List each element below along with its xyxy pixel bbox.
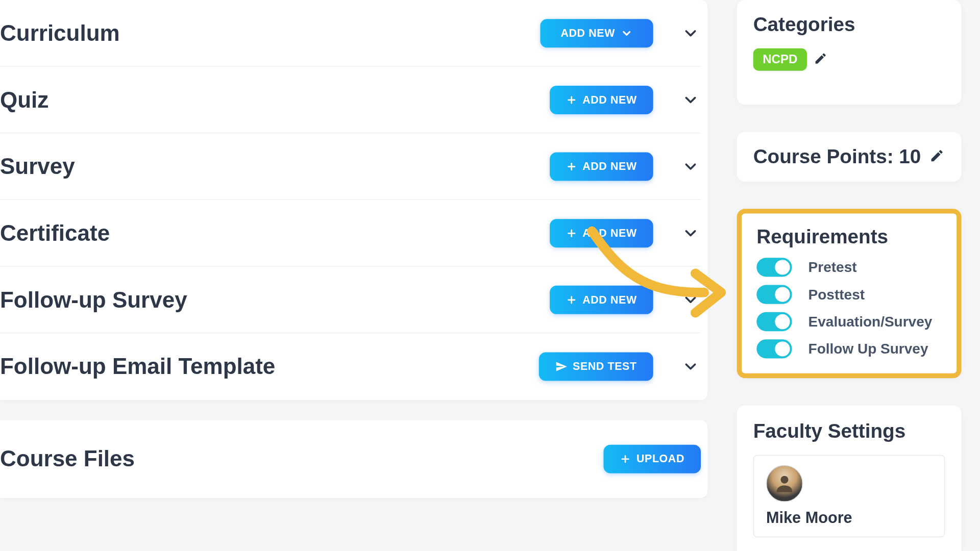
requirement-label: Pretest xyxy=(808,259,857,276)
toggle-evaluation[interactable] xyxy=(756,312,792,331)
toggle-pretest[interactable] xyxy=(756,258,792,277)
section-row-survey: Survey ADD NEW xyxy=(0,133,701,200)
faculty-settings-card: Faculty Settings Mike Moore xyxy=(737,405,962,551)
categories-card: Categories NCPD xyxy=(737,0,962,105)
section-title-survey: Survey xyxy=(0,154,75,180)
svg-point-10 xyxy=(780,476,788,484)
button-label: UPLOAD xyxy=(636,453,684,465)
section-title-quiz: Quiz xyxy=(0,87,48,113)
chevron-down-icon xyxy=(682,291,700,309)
plus-icon xyxy=(566,294,577,305)
add-new-certificate-button[interactable]: ADD NEW xyxy=(550,219,653,247)
button-label: ADD NEW xyxy=(560,27,615,39)
chevron-down-icon xyxy=(621,27,633,39)
expand-survey-button[interactable] xyxy=(680,156,701,177)
section-row-curriculum: Curriculum ADD NEW xyxy=(0,0,701,67)
requirements-title: Requirements xyxy=(756,226,942,248)
section-title-curriculum: Curriculum xyxy=(0,20,120,46)
plus-icon xyxy=(620,454,631,464)
add-new-curriculum-button[interactable]: ADD NEW xyxy=(540,19,653,47)
expand-followup-survey-button[interactable] xyxy=(680,289,701,310)
add-new-followup-survey-button[interactable]: ADD NEW xyxy=(550,285,653,314)
categories-title: Categories xyxy=(753,14,945,36)
button-label: SEND TEST xyxy=(573,360,637,372)
course-files-title: Course Files xyxy=(0,446,135,472)
add-new-quiz-button[interactable]: ADD NEW xyxy=(550,85,653,114)
person-icon xyxy=(773,472,796,495)
toggle-posttest[interactable] xyxy=(756,285,792,304)
button-label: ADD NEW xyxy=(582,293,637,306)
chevron-down-icon xyxy=(682,91,700,109)
requirement-label: Follow Up Survey xyxy=(808,341,928,357)
course-points-label: Course Points: 10 xyxy=(753,145,921,168)
faculty-member[interactable]: Mike Moore xyxy=(753,455,945,537)
faculty-title: Faculty Settings xyxy=(753,420,945,443)
requirement-label: Evaluation/Survey xyxy=(808,314,933,330)
upload-button[interactable]: UPLOAD xyxy=(604,445,701,473)
faculty-name: Mike Moore xyxy=(766,509,932,527)
section-row-followup-survey: Follow-up Survey ADD NEW xyxy=(0,267,701,334)
pencil-icon xyxy=(929,148,944,163)
section-title-followup-survey: Follow-up Survey xyxy=(0,287,187,313)
plus-icon xyxy=(566,228,577,238)
pencil-icon xyxy=(814,52,827,65)
requirement-item-posttest: Posttest xyxy=(756,285,942,304)
requirement-item-followup: Follow Up Survey xyxy=(756,339,942,358)
chevron-down-icon xyxy=(682,224,700,242)
edit-categories-button[interactable] xyxy=(814,52,827,68)
expand-quiz-button[interactable] xyxy=(680,89,701,110)
section-row-certificate: Certificate ADD NEW xyxy=(0,200,701,267)
chevron-down-icon xyxy=(682,358,700,375)
add-new-survey-button[interactable]: ADD NEW xyxy=(550,152,653,181)
requirement-item-pretest: Pretest xyxy=(756,258,942,277)
section-title-followup-email: Follow-up Email Template xyxy=(0,354,275,380)
button-label: ADD NEW xyxy=(582,93,637,106)
course-files-card: Course Files UPLOAD xyxy=(0,420,707,498)
requirements-card: Requirements Pretest Posttest Evaluation… xyxy=(737,209,962,378)
chevron-down-icon xyxy=(682,158,700,176)
section-row-followup-email: Follow-up Email Template SEND TEST xyxy=(0,333,701,400)
avatar xyxy=(766,465,803,502)
edit-points-button[interactable] xyxy=(929,148,944,166)
paper-plane-icon xyxy=(555,360,567,372)
course-points-card: Course Points: 10 xyxy=(737,132,962,182)
plus-icon xyxy=(566,94,577,105)
section-title-certificate: Certificate xyxy=(0,220,110,246)
plus-icon xyxy=(566,161,577,171)
section-row-quiz: Quiz ADD NEW xyxy=(0,67,701,134)
requirement-item-evaluation: Evaluation/Survey xyxy=(756,312,942,331)
button-label: ADD NEW xyxy=(582,227,637,239)
button-label: ADD NEW xyxy=(582,160,637,172)
send-test-button[interactable]: SEND TEST xyxy=(538,352,653,381)
chevron-down-icon xyxy=(682,24,700,42)
expand-followup-email-button[interactable] xyxy=(680,356,701,377)
requirement-label: Posttest xyxy=(808,286,865,303)
expand-certificate-button[interactable] xyxy=(680,223,701,243)
toggle-followup[interactable] xyxy=(756,339,792,358)
category-tag: NCPD xyxy=(753,48,807,71)
expand-curriculum-button[interactable] xyxy=(680,23,701,43)
